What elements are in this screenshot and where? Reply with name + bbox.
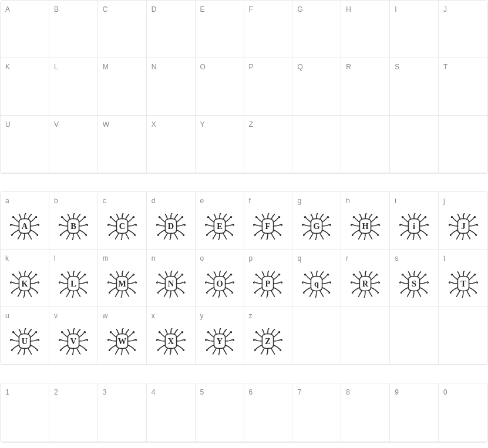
cell-glyph <box>152 75 190 110</box>
charmap-cell: oO <box>196 250 244 307</box>
cell-glyph: W <box>103 324 142 359</box>
charmap-cell: fF <box>244 192 293 250</box>
cell-label: X <box>152 120 190 129</box>
cell-label: v <box>54 312 93 320</box>
cell-glyph: D <box>152 208 190 244</box>
charmap-cell <box>292 116 341 173</box>
cell-glyph: R <box>346 266 385 302</box>
charmap-cell: pP <box>244 250 293 307</box>
charmap-cell: rR <box>341 250 390 307</box>
cell-label: 1 <box>5 388 44 396</box>
cell-label: 3 <box>103 388 142 396</box>
cell-label: K <box>5 63 44 71</box>
bug-glyph-icon: K <box>8 271 42 298</box>
charmap-cell: cC <box>98 192 147 250</box>
cell-label: k <box>5 254 44 262</box>
bug-glyph-icon: S <box>397 271 431 298</box>
cell-glyph: S <box>395 266 433 302</box>
svg-text:V: V <box>70 336 77 346</box>
cell-label: o <box>200 254 239 262</box>
charmap-cell: 8 <box>341 383 390 442</box>
charmap-cell: E <box>196 1 244 58</box>
svg-text:J: J <box>461 221 465 231</box>
bug-glyph-icon: N <box>154 271 188 298</box>
charmap-cell: xX <box>147 307 196 365</box>
svg-text:O: O <box>216 279 223 288</box>
bug-glyph-icon: P <box>251 271 285 298</box>
cell-glyph <box>297 124 336 168</box>
uppercase-section: ABCDEFGHIJKLMNOPQRSTUVWXYZ <box>0 0 488 174</box>
cell-glyph <box>249 75 288 110</box>
svg-text:S: S <box>412 279 416 288</box>
cell-label: W <box>103 120 142 129</box>
charmap-cell: gG <box>292 192 341 250</box>
charmap-cell: Y <box>196 116 244 173</box>
cell-glyph <box>346 315 385 359</box>
charmap-cell: Q <box>292 58 341 116</box>
charmap-cell <box>390 307 439 365</box>
svg-text:Y: Y <box>216 336 223 346</box>
cell-label: 4 <box>152 388 190 396</box>
charmap-cell: kK <box>1 250 49 307</box>
cell-glyph <box>54 75 93 110</box>
cell-glyph: U <box>5 324 44 359</box>
cell-label: g <box>297 197 336 205</box>
cell-label: H <box>346 5 385 14</box>
cell-label: C <box>103 5 142 14</box>
cell-label: d <box>152 197 190 205</box>
charmap-cell: W <box>98 116 147 173</box>
cell-glyph: A <box>5 208 44 244</box>
cell-label: M <box>103 63 142 71</box>
cell-label: J <box>443 5 483 14</box>
charmap-cell: L <box>49 58 98 116</box>
cell-glyph <box>5 132 44 168</box>
cell-label: q <box>297 254 336 262</box>
cell-glyph <box>297 17 336 53</box>
cell-label: u <box>5 312 44 320</box>
cell-label: r <box>346 254 385 262</box>
cell-label: e <box>200 197 239 205</box>
cell-glyph <box>54 17 93 53</box>
cell-glyph <box>395 17 433 53</box>
cell-label: a <box>5 197 44 205</box>
bug-glyph-icon: X <box>154 328 188 355</box>
charmap-cell <box>390 116 439 173</box>
bug-glyph-icon: D <box>154 213 188 240</box>
charmap-cell: G <box>292 1 341 58</box>
cell-glyph <box>103 75 142 110</box>
charmap-cell: eE <box>196 192 244 250</box>
charmap-cell: N <box>147 58 196 116</box>
cell-glyph: F <box>249 208 288 244</box>
charmap-cell: X <box>147 116 196 173</box>
cell-label: 8 <box>346 388 385 396</box>
charmap-cell: C <box>98 1 147 58</box>
svg-text:K: K <box>21 279 28 288</box>
cell-glyph <box>249 400 288 437</box>
svg-text:L: L <box>70 279 76 288</box>
cell-glyph: P <box>249 266 288 302</box>
cell-label: 6 <box>249 388 288 396</box>
cell-glyph <box>395 124 433 168</box>
cell-label: n <box>152 254 190 262</box>
cell-label: t <box>443 254 483 262</box>
charmap-cell: B <box>49 1 98 58</box>
bug-glyph-icon: E <box>203 213 237 240</box>
uppercase-grid: ABCDEFGHIJKLMNOPQRSTUVWXYZ <box>0 0 488 174</box>
charmap-cell: aA <box>1 192 49 250</box>
cell-label: Y <box>200 120 239 129</box>
svg-text:i: i <box>413 221 415 231</box>
charmap-cell: hH <box>341 192 390 250</box>
bug-glyph-icon: F <box>251 213 285 240</box>
cell-glyph: i <box>395 208 433 244</box>
charmap-cell: 3 <box>98 383 147 442</box>
cell-glyph: T <box>443 266 483 302</box>
charmap-cell: nN <box>147 250 196 307</box>
cell-glyph: O <box>200 266 239 302</box>
charmap-cell: A <box>1 1 49 58</box>
lowercase-grid: aAbBcCdDeEfFgGhHiijJkKlLmMnNoOpPqqrRsStT… <box>0 191 488 365</box>
svg-text:U: U <box>22 336 28 346</box>
cell-label: f <box>249 197 288 205</box>
cell-label: l <box>54 254 93 262</box>
charmap-cell: 0 <box>439 383 487 442</box>
svg-text:G: G <box>314 221 320 231</box>
